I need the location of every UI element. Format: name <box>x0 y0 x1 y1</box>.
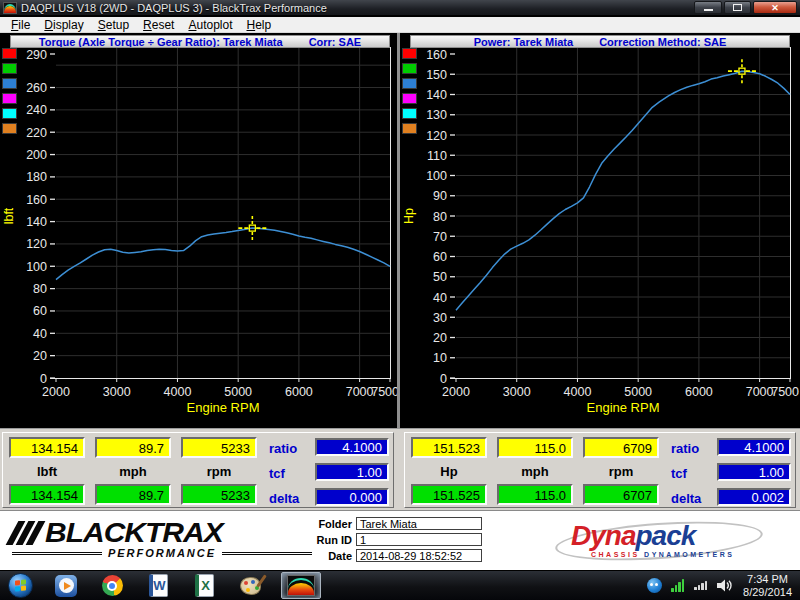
svg-text:60: 60 <box>33 304 47 318</box>
taskbar: W X 7:34 PM 8/29/2014 <box>0 570 800 600</box>
torque-unit-label: lbft <box>9 464 85 479</box>
dynapack-word1: Dyna <box>571 520 635 551</box>
folder-field[interactable]: Tarek Miata <box>356 517 482 530</box>
svg-text:260: 260 <box>26 81 47 95</box>
cursor-speed-value: 115.0 <box>497 484 573 505</box>
wireless-signal-icon[interactable] <box>671 579 685 592</box>
menu-bar: File Display Setup Reset Autoplot Help <box>0 17 800 33</box>
legend-color-swatches <box>402 48 418 138</box>
torque-readout-panel: 134.154 89.7 5233 lbft mph rpm 134.154 8… <box>2 432 394 508</box>
svg-text:120: 120 <box>426 129 447 143</box>
media-player-taskbar-icon[interactable] <box>53 573 79 599</box>
windows-flag-icon <box>15 579 26 591</box>
date-field[interactable]: 2014-08-29 18:52:52 <box>356 549 482 562</box>
dynapack-sub1: CHASSIS <box>591 551 640 558</box>
svg-text:80: 80 <box>433 210 447 224</box>
system-tray: 7:34 PM 8/29/2014 <box>647 571 800 600</box>
peak-speed-value: 115.0 <box>497 437 573 458</box>
menu-file[interactable]: File <box>4 18 37 32</box>
torque-curve <box>56 228 390 280</box>
torque-chart-title: Torque (Axle Torque ÷ Gear Ratio): Tarek… <box>39 36 283 48</box>
svg-text:130: 130 <box>426 108 447 122</box>
svg-text:6000: 6000 <box>685 385 713 399</box>
cursor-rpm-value: 5233 <box>181 484 257 505</box>
desktop: DAQPLUS V18 (2WD - DAQPLUS 3) - BlackTra… <box>0 0 800 600</box>
peak-rpm-value: 5233 <box>181 437 257 458</box>
cursor-torque-value: 134.154 <box>9 484 85 505</box>
word-taskbar-icon[interactable]: W <box>145 573 171 599</box>
power-curve <box>456 71 790 310</box>
svg-text:0: 0 <box>40 372 47 386</box>
torque-plot[interactable]: 2902602402202001801601401201008060402002… <box>0 33 400 428</box>
start-button[interactable] <box>8 573 33 598</box>
folder-label: Folder <box>300 518 352 530</box>
tcf-value: 1.00 <box>315 463 389 481</box>
svg-text:5000: 5000 <box>224 385 252 399</box>
svg-text:7500: 7500 <box>771 385 799 399</box>
blacktrax-slashes-icon <box>12 521 42 545</box>
svg-text:10: 10 <box>433 351 447 365</box>
svg-text:140: 140 <box>426 88 447 102</box>
svg-text:140: 140 <box>26 215 47 229</box>
tray-status-icon[interactable] <box>647 578 662 593</box>
menu-autoplot[interactable]: Autoplot <box>181 18 239 32</box>
cursor-rpm-value: 6707 <box>583 484 659 505</box>
dynapack-logo: Dynapack CHASSIS DYNAMOMETERS <box>555 519 765 565</box>
daqplus-taskbar-button-active[interactable] <box>281 572 321 599</box>
run-id-field[interactable]: 1 <box>356 533 482 546</box>
svg-text:240: 240 <box>26 103 47 117</box>
peak-speed-value: 89.7 <box>95 437 171 458</box>
network-signal-icon[interactable] <box>694 581 708 590</box>
svg-text:160: 160 <box>426 48 447 62</box>
svg-text:180: 180 <box>26 170 47 184</box>
svg-text:6000: 6000 <box>285 385 313 399</box>
legend-color-swatches <box>2 48 18 138</box>
svg-text:30: 30 <box>433 311 447 325</box>
svg-text:200: 200 <box>26 148 47 162</box>
ratio-label: ratio <box>269 441 297 456</box>
date-label: Date <box>300 550 352 562</box>
close-button[interactable]: ✕ <box>753 1 797 14</box>
power-chart-panel: 1601501401301201101009080706050403020100… <box>400 33 800 428</box>
svg-text:2000: 2000 <box>42 385 70 399</box>
cursor-power-value: 151.525 <box>411 484 487 505</box>
speed-unit-label: mph <box>497 464 573 479</box>
x-axis-title: Engine RPM <box>587 400 660 415</box>
svg-text:4000: 4000 <box>164 385 192 399</box>
dynapack-sub2: DYNAMOMETERS <box>644 551 734 558</box>
power-chart-title: Power: Tarek Miata <box>474 36 573 48</box>
paint-taskbar-icon[interactable] <box>237 573 263 599</box>
excel-taskbar-icon[interactable]: X <box>191 573 217 599</box>
daqplus-icon <box>287 575 315 596</box>
menu-help[interactable]: Help <box>240 18 279 32</box>
chart-area: 2902602402202001801601401201008060402002… <box>0 33 800 428</box>
svg-text:7500: 7500 <box>371 385 399 399</box>
delta-value: 0.002 <box>717 488 791 506</box>
rpm-unit-label: rpm <box>583 464 659 479</box>
menu-display[interactable]: Display <box>37 18 90 32</box>
svg-text:100: 100 <box>26 260 47 274</box>
maximize-button[interactable] <box>724 1 751 14</box>
ratio-label: ratio <box>671 441 699 456</box>
svg-text:70: 70 <box>433 230 447 244</box>
svg-text:3000: 3000 <box>503 385 531 399</box>
readout-strip: 134.154 89.7 5233 lbft mph rpm 134.154 8… <box>0 428 800 510</box>
volume-icon[interactable] <box>717 579 732 592</box>
window-titlebar[interactable]: DAQPLUS V18 (2WD - DAQPLUS 3) - BlackTra… <box>0 0 800 16</box>
chrome-taskbar-icon[interactable] <box>99 573 125 599</box>
run-info: Folder Tarek Miata Run ID 1 Date 2014-08… <box>300 517 486 565</box>
minimize-button[interactable] <box>694 1 722 14</box>
peak-torque-value: 134.154 <box>9 437 85 458</box>
delta-label: delta <box>269 491 299 506</box>
svg-text:20: 20 <box>433 331 447 345</box>
rpm-unit-label: rpm <box>181 464 257 479</box>
peak-rpm-value: 6709 <box>583 437 659 458</box>
minimize-icon <box>704 9 713 11</box>
svg-text:40: 40 <box>433 291 447 305</box>
window-title: DAQPLUS V18 (2WD - DAQPLUS 3) - BlackTra… <box>21 0 692 16</box>
taskbar-clock[interactable]: 7:34 PM 8/29/2014 <box>743 573 792 599</box>
menu-setup[interactable]: Setup <box>91 18 136 32</box>
torque-chart-panel: 2902602402202001801601401201008060402002… <box>0 33 400 428</box>
menu-reset[interactable]: Reset <box>136 18 181 32</box>
power-plot[interactable]: 1601501401301201101009080706050403020100… <box>400 33 800 428</box>
